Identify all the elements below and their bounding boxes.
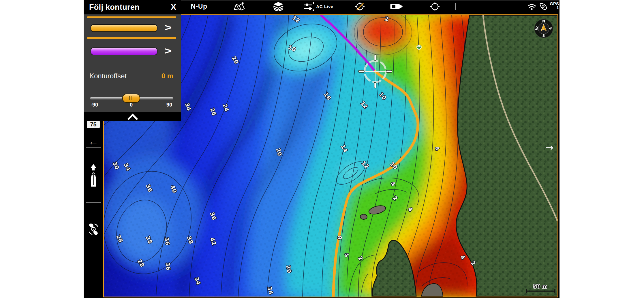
kontur-offset-label: Konturoffset — [89, 72, 127, 80]
chart-button[interactable] — [232, 1, 247, 12]
ac-live-label: AC Live — [316, 4, 333, 9]
shoreline-forest — [456, 15, 557, 297]
transducer-icon — [539, 3, 548, 11]
panel-collapse-button[interactable] — [84, 112, 181, 121]
chartplotter-screen: N-Up — [84, 0, 559, 298]
chevron-right-icon[interactable]: > — [160, 46, 176, 56]
orientation-label: N-Up — [191, 3, 207, 10]
pan-left-arrow[interactable]: ← — [84, 135, 103, 147]
depth-label: 20 — [285, 265, 293, 274]
orientation-button[interactable]: N-Up — [185, 1, 213, 12]
propeller-icon — [87, 233, 100, 238]
section-rule — [87, 16, 176, 18]
layers-button[interactable] — [271, 1, 286, 12]
panel-title-bar: Följ konturen X — [84, 0, 181, 14]
motor-prop-button[interactable] — [87, 222, 100, 238]
close-icon[interactable]: X — [171, 2, 176, 12]
gps-status[interactable]: GPS 1 — [549, 1, 559, 10]
depth-label: 36 — [165, 262, 172, 271]
chevron-right-icon[interactable]: > — [160, 23, 176, 32]
depth-label: 36 — [164, 237, 171, 246]
boat-icon — [390, 3, 403, 10]
panel-divider — [87, 63, 176, 63]
pan-right-arrow[interactable]: → — [545, 142, 554, 153]
slider-min-label: -90 — [91, 102, 98, 108]
gps-label: GPS — [550, 1, 559, 6]
boat-north-icon — [89, 183, 98, 188]
follow-contour-panel: Följ konturen X > > Konturoffset 0 m -90… — [84, 0, 181, 121]
panel-title: Följ konturen — [89, 3, 140, 12]
slider-center-label: 0 — [127, 102, 136, 108]
primary-contour-color-button[interactable] — [91, 24, 157, 32]
cursor-disabled-icon — [355, 1, 365, 12]
topbar-separator — [455, 3, 456, 10]
section-rule — [87, 37, 176, 39]
cursor-disabled-button[interactable] — [354, 1, 366, 12]
chart-icon — [233, 2, 245, 11]
wifi-status[interactable] — [526, 1, 538, 12]
boat-button[interactable] — [390, 1, 404, 12]
sidebar-divider — [86, 147, 101, 148]
page: N-Up — [0, 0, 644, 298]
vegetation-icon — [416, 45, 422, 50]
slider-max-label: 90 — [166, 102, 172, 108]
boat-position-button[interactable] — [89, 164, 98, 188]
gps-count: 1 — [557, 6, 559, 10]
layers-icon — [272, 2, 284, 11]
wifi-icon — [527, 3, 536, 10]
island-small — [360, 214, 367, 219]
transducer-status[interactable] — [538, 1, 549, 12]
compass-s: S — [542, 34, 545, 38]
sidebar-divider — [86, 202, 101, 203]
scale-bar-label: 50 m — [533, 284, 547, 289]
compass-n: N — [542, 19, 545, 23]
depth-label: 8 — [336, 236, 343, 240]
ac-live-sliders-icon — [304, 2, 314, 11]
depth-range-badge: 75 — [87, 121, 100, 128]
kontur-offset-value: 0 m — [162, 72, 173, 80]
ac-live-button[interactable]: AC Live — [298, 1, 339, 12]
offset-slider-handle[interactable] — [122, 94, 140, 103]
target-button[interactable] — [429, 1, 441, 12]
target-icon — [430, 1, 440, 12]
secondary-contour-color-button[interactable] — [91, 48, 157, 55]
